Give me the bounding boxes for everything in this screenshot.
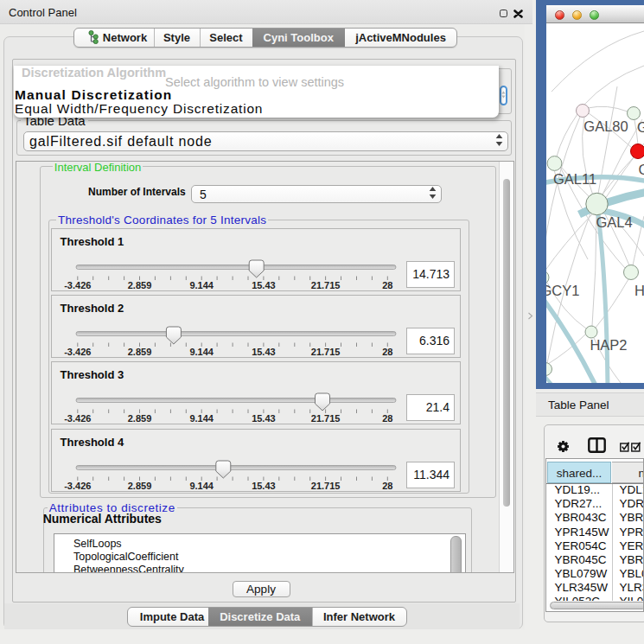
svg-text:28: 28 <box>382 480 392 490</box>
svg-text:H: H <box>634 283 644 298</box>
svg-text:GAL80: GAL80 <box>583 118 628 134</box>
svg-text:21.715: 21.715 <box>311 279 341 290</box>
svg-text:2.859: 2.859 <box>128 413 152 424</box>
svg-text:2.859: 2.859 <box>128 347 152 357</box>
svg-text:9.144: 9.144 <box>189 279 214 290</box>
svg-text:G.: G. <box>637 119 644 135</box>
svg-text:28: 28 <box>382 413 392 424</box>
svg-text:15.43: 15.43 <box>252 279 276 290</box>
svg-text:2.859: 2.859 <box>128 279 152 290</box>
svg-text:9.144: 9.144 <box>189 413 214 424</box>
svg-text:21.715: 21.715 <box>311 480 341 490</box>
svg-text:HAP2: HAP2 <box>590 337 627 353</box>
svg-text:2.859: 2.859 <box>128 480 152 490</box>
svg-text:-3.426: -3.426 <box>64 413 91 424</box>
svg-text:-3.426: -3.426 <box>64 347 91 357</box>
svg-text:28: 28 <box>382 347 392 357</box>
svg-text:21.715: 21.715 <box>311 413 341 424</box>
svg-text:-3.426: -3.426 <box>64 480 91 490</box>
svg-text:15.43: 15.43 <box>252 480 276 490</box>
svg-text:15.43: 15.43 <box>252 413 276 424</box>
svg-text:21.715: 21.715 <box>311 347 341 357</box>
svg-text:9.144: 9.144 <box>189 480 214 490</box>
svg-text:-3.426: -3.426 <box>64 279 91 290</box>
svg-text:GAL11: GAL11 <box>553 171 596 187</box>
svg-text:GCY1: GCY1 <box>546 283 579 298</box>
svg-text:28: 28 <box>382 279 392 290</box>
svg-text:C: C <box>639 162 644 177</box>
svg-text:GAL4: GAL4 <box>596 214 632 230</box>
svg-text:9.144: 9.144 <box>189 347 214 357</box>
svg-text:15.43: 15.43 <box>252 347 276 357</box>
